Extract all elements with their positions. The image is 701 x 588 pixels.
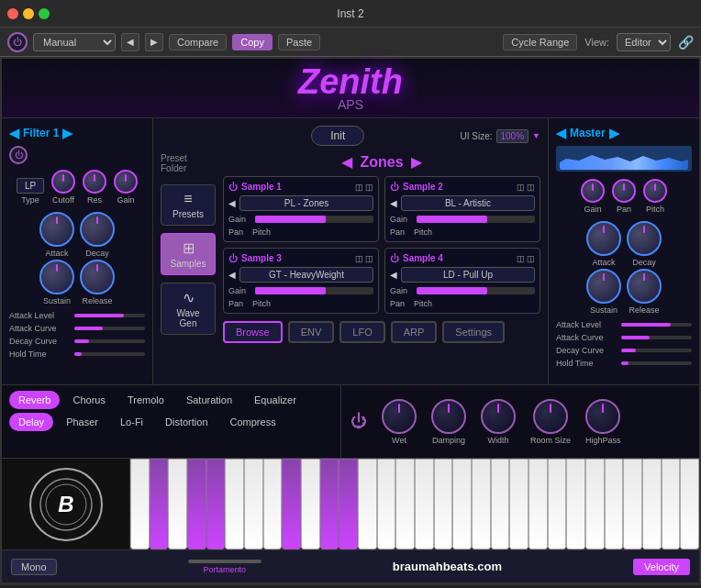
piano-key-white[interactable] — [282, 459, 301, 549]
piano-key-white[interactable] — [662, 459, 681, 549]
filter-release-knob[interactable] — [80, 260, 115, 294]
sample-3-icon2[interactable]: ◫ — [365, 254, 373, 263]
piano-key-white[interactable] — [605, 459, 624, 549]
fx-tab-equalizer[interactable]: Equalizer — [245, 391, 306, 409]
sample-4-preset[interactable]: LD - Pull Up — [401, 267, 535, 283]
master-hold-time-slider[interactable] — [621, 361, 692, 365]
master-pitch-knob[interactable] — [643, 179, 667, 203]
sample-3-preset[interactable]: GT - HeavyWeight — [239, 267, 373, 283]
sample-2-icon2[interactable]: ◫ — [527, 183, 535, 192]
sample-1-gain-bar[interactable] — [255, 216, 373, 223]
filter-res-knob[interactable] — [83, 170, 106, 194]
piano-key-white[interactable] — [130, 459, 150, 549]
sample-4-power[interactable]: ⏻ — [390, 253, 399, 263]
master-attack-knob[interactable] — [586, 221, 621, 256]
nav-prev-button[interactable]: ◀ — [121, 33, 139, 51]
lfo-button[interactable]: LFO — [339, 321, 384, 343]
browse-button[interactable]: Browse — [223, 321, 283, 343]
fx-width-knob[interactable] — [481, 399, 516, 434]
sample-1-icon2[interactable]: ◫ — [365, 183, 373, 192]
piano-key-white[interactable] — [206, 459, 226, 549]
cycle-range-button[interactable]: Cycle Range — [503, 34, 577, 50]
maximize-button[interactable] — [39, 8, 50, 19]
piano-key-white[interactable] — [509, 459, 529, 549]
sample-4-icon2[interactable]: ◫ — [527, 254, 535, 263]
fx-damping-knob[interactable] — [431, 399, 466, 434]
presets-button[interactable]: ≡ Presets — [161, 184, 216, 226]
piano-key-white[interactable] — [566, 459, 585, 549]
piano-key-white[interactable] — [377, 459, 396, 549]
fx-roomsize-knob[interactable] — [533, 399, 568, 434]
master-attack-curve-slider[interactable] — [621, 336, 692, 339]
filter-gain-knob[interactable] — [114, 170, 138, 194]
piano-key-white[interactable] — [263, 459, 283, 549]
fx-wet-knob[interactable] — [382, 399, 417, 434]
fx-power-button[interactable]: ⏻ — [350, 412, 367, 431]
filter-arrow-left[interactable]: ◀ — [9, 126, 19, 140]
piano-key-white[interactable] — [225, 459, 244, 549]
sample-3-icon1[interactable]: ◫ — [355, 254, 363, 263]
master-release-knob[interactable] — [627, 269, 662, 304]
zones-prev-arrow[interactable]: ◀ — [341, 153, 352, 171]
fx-tab-lofi[interactable]: Lo-Fi — [111, 413, 152, 431]
sample-3-power[interactable]: ⏻ — [228, 253, 238, 263]
fx-tab-reverb[interactable]: Reverb — [9, 391, 60, 409]
velocity-button[interactable]: Velocity — [633, 559, 690, 575]
master-arrow-right[interactable]: ▶ — [609, 126, 619, 140]
env-button[interactable]: ENV — [288, 321, 335, 343]
piano-key-white[interactable] — [168, 459, 187, 549]
piano-key-white[interactable] — [358, 459, 377, 549]
fx-tab-compress[interactable]: Compress — [221, 413, 285, 431]
ui-size-value[interactable]: 100% — [496, 129, 529, 143]
piano-key-white[interactable] — [452, 459, 472, 549]
fx-tab-tremolo[interactable]: Tremolo — [118, 391, 173, 409]
copy-button[interactable]: Copy — [232, 34, 273, 50]
master-decay-knob[interactable] — [627, 221, 662, 256]
sample-3-gain-bar[interactable] — [255, 287, 373, 294]
sample-4-prev[interactable]: ◀ — [390, 270, 397, 280]
master-attack-level-slider[interactable] — [621, 323, 692, 327]
master-arrow-left[interactable]: ◀ — [556, 126, 566, 140]
sample-2-preset[interactable]: BL - Artistic — [401, 195, 535, 211]
sample-1-icon1[interactable]: ◫ — [355, 183, 363, 192]
fx-highpass-knob[interactable] — [585, 399, 620, 434]
sample-2-icon1[interactable]: ◫ — [517, 183, 525, 192]
paste-button[interactable]: Paste — [278, 34, 320, 50]
fx-tab-saturation[interactable]: Saturation — [177, 391, 241, 409]
filter-sustain-knob[interactable] — [39, 260, 74, 294]
piano-key-white[interactable] — [150, 459, 169, 549]
wave-gen-button[interactable]: ∿ Wave Gen — [161, 283, 216, 335]
fx-tab-chorus[interactable]: Chorus — [63, 391, 114, 409]
manual-select[interactable]: Manual — [33, 33, 116, 51]
piano-key-white[interactable] — [548, 459, 567, 549]
portamento-slider[interactable] — [188, 560, 261, 563]
piano-key-white[interactable] — [585, 459, 605, 549]
piano-key-white[interactable] — [395, 459, 415, 549]
piano-key-white[interactable] — [301, 459, 320, 549]
piano-keys[interactable] — [130, 459, 699, 549]
filter-cutoff-knob[interactable] — [51, 170, 75, 194]
fx-tab-phaser[interactable]: Phaser — [57, 413, 107, 431]
master-decay-curve-slider[interactable] — [621, 349, 692, 352]
filter-arrow-right[interactable]: ▶ — [62, 126, 72, 140]
nav-next-button[interactable]: ▶ — [145, 33, 163, 51]
filter-decay-knob[interactable] — [80, 212, 115, 247]
sample-3-prev[interactable]: ◀ — [228, 270, 236, 280]
master-sustain-knob[interactable] — [586, 269, 621, 304]
filter-decay-curve-slider[interactable] — [74, 339, 145, 343]
filter-power-button[interactable]: ⏻ — [9, 146, 28, 164]
sample-2-power[interactable]: ⏻ — [390, 182, 399, 192]
init-button[interactable]: Init — [311, 126, 364, 146]
power-button[interactable]: ⏻ — [7, 32, 28, 52]
mono-button[interactable]: Mono — [11, 559, 57, 575]
sample-2-gain-bar[interactable] — [417, 216, 535, 223]
filter-hold-time-slider[interactable] — [74, 352, 145, 356]
filter-attack-knob[interactable] — [39, 212, 74, 247]
sample-4-gain-bar[interactable] — [417, 287, 535, 294]
piano-key-white[interactable] — [642, 459, 662, 549]
piano-key-white[interactable] — [529, 459, 548, 549]
settings-button[interactable]: Settings — [442, 321, 505, 343]
fx-tab-distortion[interactable]: Distortion — [156, 413, 217, 431]
piano-key-white[interactable] — [434, 459, 453, 549]
piano-key-white[interactable] — [623, 459, 642, 549]
